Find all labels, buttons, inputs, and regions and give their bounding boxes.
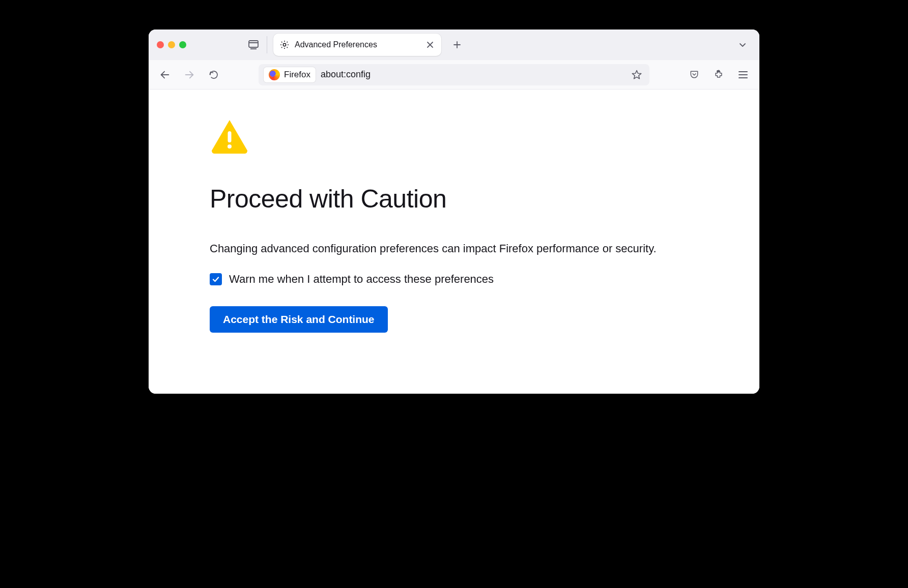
window-minimize-button[interactable]	[168, 41, 175, 48]
page-description: Changing advanced configuration preferen…	[210, 242, 708, 255]
page-content: Proceed with Caution Changing advanced c…	[149, 90, 759, 394]
warning-triangle-icon	[210, 118, 759, 156]
app-menu-button[interactable]	[733, 65, 753, 85]
sidebar-button[interactable]	[246, 38, 261, 52]
svg-rect-0	[249, 41, 258, 47]
tab-active[interactable]: Advanced Preferences	[273, 34, 441, 56]
extensions-button[interactable]	[708, 65, 729, 85]
pocket-button[interactable]	[684, 65, 704, 85]
tab-strip: Advanced Preferences	[149, 30, 759, 60]
chevron-down-icon	[739, 41, 747, 49]
navigation-toolbar: Firefox about:config	[149, 60, 759, 90]
tab-title: Advanced Preferences	[295, 40, 419, 49]
warn-checkbox[interactable]	[210, 273, 222, 285]
forward-button[interactable]	[179, 65, 200, 85]
sidebar-icon	[248, 40, 259, 49]
hamburger-icon	[738, 70, 748, 79]
back-button[interactable]	[155, 65, 175, 85]
warn-checkbox-row[interactable]: Warn me when I attempt to access these p…	[210, 273, 759, 286]
new-tab-button[interactable]	[448, 36, 466, 53]
arrow-left-icon	[159, 69, 171, 80]
svg-rect-15	[228, 131, 232, 142]
identity-chip[interactable]: Firefox	[264, 67, 316, 82]
window-close-button[interactable]	[157, 41, 164, 48]
window-controls	[157, 41, 186, 48]
gear-icon	[279, 40, 290, 50]
list-all-tabs-button[interactable]	[734, 36, 751, 53]
accept-risk-button[interactable]: Accept the Risk and Continue	[210, 306, 388, 333]
firefox-logo-icon	[269, 69, 280, 80]
reload-icon	[209, 70, 219, 80]
arrow-right-icon	[184, 69, 195, 80]
url-text: about:config	[321, 69, 624, 80]
svg-marker-10	[632, 70, 641, 78]
tab-close-button[interactable]	[424, 39, 436, 51]
identity-label: Firefox	[284, 70, 310, 80]
window-zoom-button[interactable]	[179, 41, 186, 48]
puzzle-icon	[714, 70, 724, 80]
bookmark-star-button[interactable]	[629, 67, 644, 82]
svg-point-3	[283, 43, 286, 46]
pocket-icon	[689, 70, 699, 80]
check-icon	[212, 275, 220, 283]
svg-point-16	[228, 144, 232, 149]
reload-button[interactable]	[204, 65, 224, 85]
tab-separator	[267, 36, 267, 53]
warn-checkbox-label: Warn me when I attempt to access these p…	[229, 273, 494, 286]
browser-window: Advanced Preferences Firefox	[149, 30, 759, 394]
star-icon	[631, 69, 642, 80]
page-heading: Proceed with Caution	[210, 184, 759, 214]
close-icon	[427, 41, 434, 48]
plus-icon	[453, 41, 461, 49]
url-bar[interactable]: Firefox about:config	[259, 64, 649, 85]
